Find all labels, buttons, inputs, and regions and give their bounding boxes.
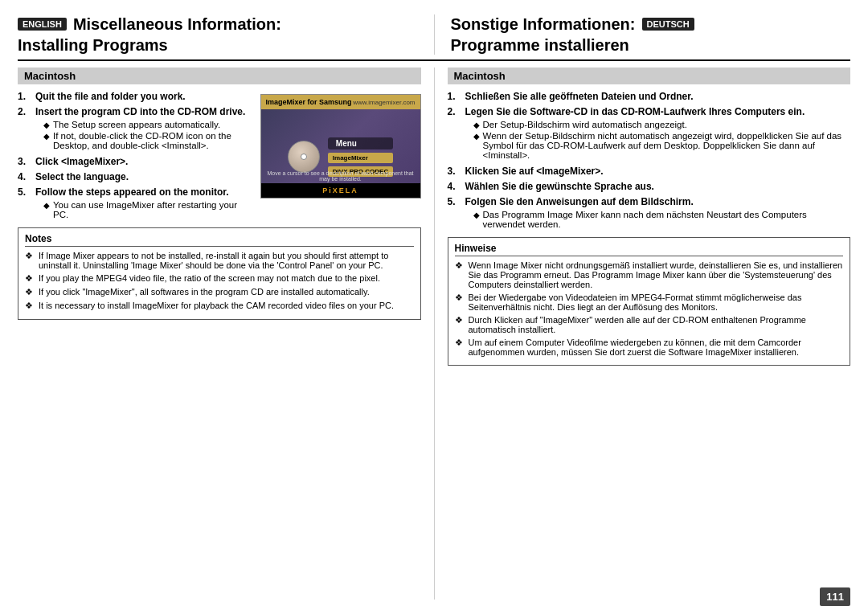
step-3: 3. Click <ImageMixer>.	[18, 156, 248, 167]
main-columns: Macintosh ImageMixer for Samsung www.ima…	[18, 68, 850, 600]
hinweise-item: ❖Wenn Image Mixer nicht ordnungsgemäß in…	[455, 260, 844, 289]
hinweise-box: Hinweise ❖Wenn Image Mixer nicht ordnung…	[448, 237, 851, 366]
step-5-subbullets: ◆You can use ImageMixer after restarting…	[35, 200, 248, 219]
hinweise-item: ❖Um auf einem Computer Videofilme wieder…	[455, 338, 844, 357]
img-btn1: ImageMixer	[328, 153, 393, 163]
sub-bullet-item: ◆Der Setup-Bildschirm wird automatisch a…	[473, 120, 851, 129]
img-top-text: ImageMixer for Samsung	[266, 98, 352, 106]
sub-bullet-item: ◆You can use ImageMixer after restarting…	[43, 200, 248, 219]
notes-box: Notes ❖If Image Mixer appears to not be …	[18, 227, 421, 320]
sub-bullet-item: ◆The Setup screen appears automatically.	[43, 120, 248, 129]
left-section-header: Macintosh	[18, 68, 421, 84]
img-caption: Move a cursor to see a description of ea…	[261, 170, 420, 182]
img-pixela-text: PiXELA	[322, 186, 358, 194]
right-title-line2: Programme installieren	[451, 35, 851, 55]
de-step-2-subbullets: ◆Der Setup-Bildschirm wird automatisch a…	[465, 120, 851, 160]
header-right: Sonstige Informationen: DEUTSCH Programm…	[435, 14, 851, 55]
sub-bullet-item: ◆Wenn der Setup-Bildschirm nicht automat…	[473, 131, 851, 160]
header-left: ENGLISH Miscellaneous Information: Insta…	[18, 14, 435, 55]
right-title-line1: Sonstige Informationen:	[451, 14, 636, 34]
right-column: Macintosh 1. Schließen Sie alle geöffnet…	[435, 68, 851, 600]
left-column: Macintosh ImageMixer for Samsung www.ima…	[18, 68, 435, 600]
step-1: 1. Quit the file and folder you work.	[18, 91, 248, 102]
img-menu-label: Menu	[328, 137, 393, 149]
english-badge: ENGLISH	[18, 18, 67, 31]
hinweise-item: ❖Bei der Wiedergabe von Videodateien im …	[455, 293, 844, 312]
note-item: ❖If you play the MPEG4 video file, the r…	[25, 273, 414, 284]
img-url-text: www.imagemixer.com	[353, 99, 415, 106]
step-5: 5. Follow the steps appeared on the moni…	[18, 186, 248, 221]
right-section-header: Macintosh	[448, 68, 851, 84]
notes-header: Notes	[25, 233, 414, 247]
de-step-5: 5. Folgen Sie den Anweisungen auf dem Bi…	[448, 196, 851, 231]
img-top-bar: ImageMixer for Samsung www.imagemixer.co…	[261, 95, 420, 109]
step-2-subbullets: ◆The Setup screen appears automatically.…	[35, 120, 248, 150]
de-step-4: 4. Wählen Sie die gewünschte Sprache aus…	[448, 181, 851, 192]
page-header: ENGLISH Miscellaneous Information: Insta…	[18, 14, 850, 61]
img-bottom-bar: PiXELA	[261, 183, 420, 198]
hinweise-item: ❖Durch Klicken auf "ImageMixer" werden a…	[455, 315, 844, 334]
de-step-5-subbullets: ◆Das Programm Image Mixer kann nach dem …	[465, 210, 851, 229]
left-title-line1: Miscellaneous Information:	[73, 14, 281, 34]
hinweise-list: ❖Wenn Image Mixer nicht ordnungsgemäß in…	[455, 260, 844, 357]
note-item: ❖If Image Mixer appears to not be instal…	[25, 251, 414, 270]
deutsch-badge: DEUTSCH	[642, 18, 694, 31]
step-4: 4. Select the language.	[18, 171, 248, 182]
img-disc-inner	[301, 154, 307, 160]
note-item: ❖It is necessary to install ImageMixer f…	[25, 301, 414, 311]
step-2: 2. Insert the program CD into the CD-ROM…	[18, 106, 248, 152]
de-step-2: 2. Legen Sie die Software-CD in das CD-R…	[448, 106, 851, 162]
imagemixer-screenshot: ImageMixer for Samsung www.imagemixer.co…	[260, 94, 421, 199]
sub-bullet-item: ◆If not, double-click the CD-ROM icon on…	[43, 131, 248, 150]
note-item: ❖If you click "ImageMixer", all software…	[25, 287, 414, 297]
de-step-1: 1. Schließen Sie alle geöffneten Dateien…	[448, 91, 851, 102]
page-number-container: 111	[820, 591, 850, 603]
right-steps-list: 1. Schließen Sie alle geöffneten Dateien…	[448, 91, 851, 231]
img-disc	[288, 141, 320, 173]
page-number: 111	[820, 587, 850, 606]
sub-bullet-item: ◆Das Programm Image Mixer kann nach dem …	[473, 210, 851, 229]
hinweise-header: Hinweise	[455, 243, 844, 256]
de-step-3: 3. Klicken Sie auf <ImageMixer>.	[448, 166, 851, 177]
left-title-line2: Installing Programs	[18, 35, 418, 55]
notes-list: ❖If Image Mixer appears to not be instal…	[25, 251, 414, 311]
